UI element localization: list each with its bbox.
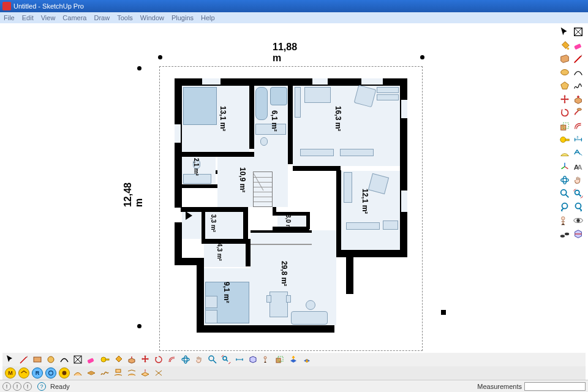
- sandbox-tool-icon[interactable]: [45, 368, 56, 379]
- room-area-label: 6,1 m²: [270, 110, 279, 132]
- tape-measure-tool-icon[interactable]: [99, 354, 110, 365]
- sandbox-tool-icon[interactable]: [18, 368, 29, 379]
- dim-marker: [137, 66, 141, 70]
- dim-marker: [420, 55, 424, 59]
- sandbox-flip-edge-icon[interactable]: [153, 368, 164, 379]
- 3d-text-tool-icon[interactable]: AA: [572, 160, 584, 173]
- line-tool-icon[interactable]: [572, 53, 584, 65]
- sandbox-drape-icon[interactable]: [126, 368, 137, 379]
- dim-marker: [158, 55, 162, 59]
- svg-rect-24: [34, 357, 41, 362]
- menu-window[interactable]: Window: [140, 14, 164, 21]
- eraser-tool-icon[interactable]: [572, 39, 584, 51]
- text-tool-icon[interactable]: [572, 147, 584, 159]
- circle-tool-icon[interactable]: [559, 66, 571, 78]
- select-tool-icon[interactable]: [5, 354, 16, 365]
- move-tool-icon[interactable]: [559, 93, 571, 105]
- select-tool-icon[interactable]: [559, 26, 571, 38]
- dimension-tool-icon[interactable]: [234, 354, 245, 365]
- rectangle-tool-icon[interactable]: [559, 53, 571, 65]
- look-around-tool-icon[interactable]: [572, 214, 584, 227]
- make-component-tool-icon[interactable]: [72, 354, 83, 365]
- axes-tool-icon[interactable]: [559, 160, 571, 173]
- walk-tool-icon[interactable]: [559, 228, 571, 240]
- paint-bucket-tool-icon[interactable]: [559, 39, 571, 51]
- sandbox-stamp-icon[interactable]: [113, 368, 124, 379]
- menu-file[interactable]: File: [4, 14, 15, 21]
- dim-height-label: 12,48 m: [123, 183, 145, 207]
- svg-marker-4: [561, 82, 569, 89]
- position-camera-tool-icon[interactable]: [559, 214, 571, 227]
- room-area-label: 9,1 m²: [222, 282, 231, 303]
- zoom-extents-tool-icon[interactable]: [221, 354, 232, 365]
- zoom-tool-icon[interactable]: [559, 187, 571, 200]
- room-area-label: 3,3 m²: [210, 214, 217, 232]
- menu-view[interactable]: View: [41, 14, 56, 21]
- rectangle-tool-icon[interactable]: [32, 354, 43, 365]
- menu-plugins[interactable]: Plugins: [172, 14, 194, 21]
- next-view-tool-icon[interactable]: [572, 201, 584, 213]
- previous-view-tool-icon[interactable]: [559, 201, 571, 213]
- status-icon[interactable]: !: [13, 382, 21, 391]
- section-plane-tool-icon[interactable]: [247, 354, 258, 365]
- scale-tool-icon[interactable]: [559, 120, 571, 132]
- dimension-tool-icon[interactable]: 3: [572, 134, 584, 146]
- sandbox-smoove-icon[interactable]: [99, 368, 110, 379]
- line-tool-icon[interactable]: [18, 354, 29, 365]
- orbit-tool-icon[interactable]: [180, 354, 191, 365]
- room-area-label: 16,3 m²: [334, 106, 342, 131]
- drawing-canvas[interactable]: 11,88 m 12,48 m: [0, 23, 556, 354]
- pan-tool-icon[interactable]: [572, 174, 584, 186]
- freehand-tool-icon[interactable]: [572, 80, 584, 92]
- svg-point-22: [560, 235, 565, 238]
- zoom-tool-icon[interactable]: [207, 354, 218, 365]
- room-area-label: 2,1 m²: [193, 158, 200, 176]
- help-icon[interactable]: ?: [37, 382, 46, 391]
- rotate-tool-icon[interactable]: [559, 107, 571, 119]
- menu-camera[interactable]: Camera: [62, 14, 86, 21]
- sandbox-tool-m-icon[interactable]: M: [5, 368, 16, 379]
- svg-rect-2: [574, 43, 581, 50]
- offset-tool-icon[interactable]: [167, 354, 178, 365]
- scale-tool-icon[interactable]: [274, 354, 285, 365]
- menu-tools[interactable]: Tools: [117, 14, 133, 21]
- menu-help[interactable]: Help: [201, 14, 215, 21]
- svg-point-17: [562, 203, 568, 209]
- arc-tool-icon[interactable]: [572, 66, 584, 78]
- push-pull-tool-icon[interactable]: [126, 354, 137, 365]
- sandbox-from-contours-icon[interactable]: [72, 368, 83, 379]
- circle-tool-icon[interactable]: [45, 354, 56, 365]
- dim-width-label: 11,88 m: [273, 42, 297, 64]
- protractor-tool-icon[interactable]: [559, 147, 571, 159]
- orbit-tool-icon[interactable]: [559, 174, 571, 186]
- menu-draw[interactable]: Draw: [94, 14, 110, 21]
- status-icon[interactable]: !: [2, 382, 11, 391]
- follow-me-tool-icon[interactable]: [572, 107, 584, 119]
- polygon-tool-icon[interactable]: [559, 80, 571, 92]
- rotate-tool-icon[interactable]: [153, 354, 164, 365]
- paint-bucket-tool-icon[interactable]: [113, 354, 124, 365]
- measurements-input[interactable]: [524, 382, 586, 391]
- zoom-extents-tool-icon[interactable]: [572, 187, 584, 200]
- svg-point-25: [48, 356, 54, 363]
- menu-edit[interactable]: Edit: [22, 14, 34, 21]
- share-model-tool-icon[interactable]: [301, 354, 312, 365]
- eraser-tool-icon[interactable]: [86, 354, 97, 365]
- sandbox-from-scratch-icon[interactable]: [86, 368, 97, 379]
- sandbox-tool-r-icon[interactable]: R: [32, 368, 43, 379]
- position-camera-tool-icon[interactable]: [261, 354, 272, 365]
- app-icon: [2, 2, 11, 10]
- move-tool-icon[interactable]: [140, 354, 151, 365]
- status-icon[interactable]: !: [23, 382, 32, 391]
- pan-tool-icon[interactable]: [194, 354, 205, 365]
- get-models-tool-icon[interactable]: [288, 354, 299, 365]
- sandbox-add-detail-icon[interactable]: [140, 368, 151, 379]
- arc-tool-icon[interactable]: [59, 354, 70, 365]
- section-plane-tool-icon[interactable]: [572, 228, 584, 240]
- sandbox-tool-icon[interactable]: [59, 368, 70, 379]
- push-pull-tool-icon[interactable]: [572, 93, 584, 105]
- tape-measure-tool-icon[interactable]: [559, 134, 571, 146]
- svg-point-18: [576, 203, 581, 209]
- offset-tool-icon[interactable]: [572, 120, 584, 132]
- make-component-tool-icon[interactable]: [572, 26, 584, 38]
